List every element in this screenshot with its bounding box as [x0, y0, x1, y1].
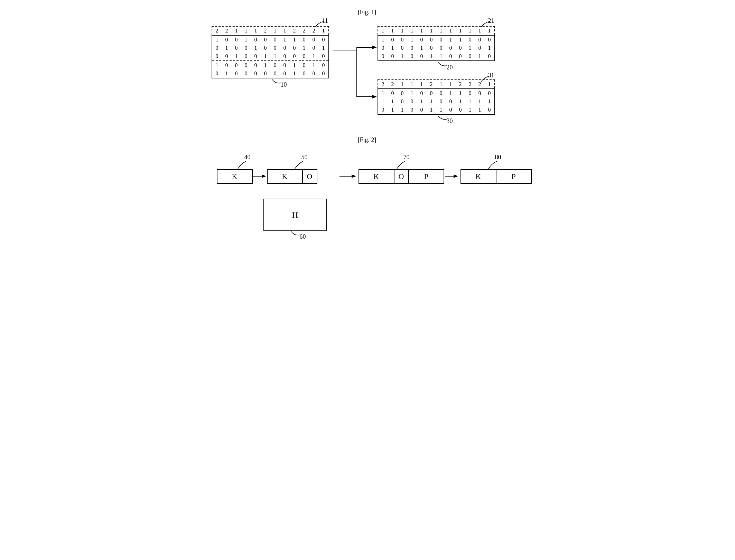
matrix-cell: 0 — [309, 69, 319, 78]
matrix-header-cell: 1 — [417, 27, 427, 35]
matrix-header-cell: 2 — [212, 27, 222, 35]
matrix-cell: 0 — [446, 106, 456, 114]
branch-arrow — [333, 43, 378, 102]
box-cell: K — [217, 170, 252, 183]
matrix-cell: 0 — [388, 36, 398, 44]
matrix-cell: 0 — [485, 52, 494, 60]
matrix-cell: 0 — [280, 44, 290, 52]
matrix-cell: 1 — [290, 36, 299, 44]
matrix-cell: 0 — [280, 61, 290, 69]
matrix-cell: 0 — [241, 52, 251, 60]
matrix-header-cell: 1 — [485, 27, 494, 35]
matrix-row: 010000001000 — [212, 69, 328, 78]
matrix-cell: 0 — [456, 44, 465, 52]
matrix-cell: 0 — [261, 44, 270, 52]
matrix-cell: 0 — [299, 61, 309, 69]
matrix-row: 010010000101 — [378, 44, 494, 52]
matrix-cell: 1 — [241, 36, 251, 44]
matrix-cell: 1 — [378, 89, 388, 97]
svg-marker-5 — [372, 95, 377, 98]
matrix-cell: 1 — [388, 97, 398, 106]
matrix-header-cell: 1 — [251, 27, 261, 35]
matrix-cell: 0 — [319, 36, 328, 44]
ref-70: 70 — [403, 154, 410, 161]
matrix-header-cell: 2 — [222, 27, 232, 35]
matrix-cell: 1 — [427, 97, 436, 106]
matrix-header-cell: 2 — [427, 80, 436, 88]
matrix-cell: 0 — [465, 52, 475, 60]
matrix-cell: 0 — [475, 89, 485, 97]
matrix-cell: 1 — [427, 106, 436, 114]
matrix-cell: 0 — [485, 106, 494, 114]
matrix-cell: 0 — [270, 69, 280, 78]
matrix-header-cell: 2 — [388, 80, 398, 88]
lead-line-21 — [481, 21, 492, 28]
matrix-cell: 0 — [465, 36, 475, 44]
box-cell: P — [408, 170, 444, 183]
matrix-cell: 1 — [388, 44, 398, 52]
matrix-cell: 0 — [436, 44, 446, 52]
matrix-cell: 0 — [232, 36, 241, 44]
matrix-header-cell: 1 — [388, 27, 398, 35]
matrix-cell: 0 — [407, 97, 417, 106]
matrix-30: 221112112221 100100011000110011001111011… — [378, 79, 495, 115]
svg-marker-9 — [352, 174, 356, 178]
arrow-50-70 — [339, 173, 357, 180]
matrix-cell: 1 — [475, 97, 485, 106]
matrix-cell: 0 — [417, 106, 427, 114]
matrix-cell: 0 — [465, 89, 475, 97]
matrix-cell: 1 — [378, 36, 388, 44]
matrix-20: 111111111111 100100011000010010000101001… — [378, 26, 495, 61]
matrix-cell: 0 — [232, 44, 241, 52]
box-cell: O — [302, 170, 317, 183]
box-40: K — [217, 169, 253, 184]
matrix-cell: 0 — [251, 36, 261, 44]
matrix-cell: 0 — [417, 89, 427, 97]
matrix-cell: 0 — [270, 44, 280, 52]
matrix-cell: 1 — [456, 97, 465, 106]
matrix-header-cell: 1 — [475, 27, 485, 35]
matrix-header-cell: 1 — [407, 80, 417, 88]
matrix-cell: 0 — [378, 52, 388, 60]
matrix-cell: 0 — [280, 69, 290, 78]
matrix-header-cell: 1 — [280, 27, 290, 35]
box-cell: K — [268, 170, 302, 183]
matrix-cell: 0 — [241, 61, 251, 69]
matrix-cell: 0 — [222, 61, 232, 69]
matrix-cell: 0 — [417, 52, 427, 60]
matrix-cell: 1 — [299, 44, 309, 52]
matrix-cell: 1 — [456, 36, 465, 44]
matrix-cell: 1 — [398, 52, 407, 60]
matrix-cell: 0 — [309, 36, 319, 44]
matrix-cell: 1 — [436, 52, 446, 60]
matrix-header-cell: 1 — [436, 80, 446, 88]
matrix-cell: 1 — [465, 97, 475, 106]
svg-marker-3 — [372, 46, 377, 49]
matrix-cell: 1 — [475, 106, 485, 114]
matrix-cell: 0 — [398, 89, 407, 97]
matrix-cell: 0 — [436, 36, 446, 44]
matrix-cell: 1 — [407, 36, 417, 44]
matrix-cell: 1 — [398, 106, 407, 114]
matrix-row: 100100011000 — [212, 36, 328, 44]
matrix-cell: 0 — [232, 69, 241, 78]
matrix-header-cell: 1 — [436, 27, 446, 35]
fig-1-label: [Fig. 1] — [350, 9, 384, 16]
ref-80: 80 — [495, 154, 501, 161]
matrix-header-cell: 1 — [446, 80, 456, 88]
matrix-cell: 1 — [309, 61, 319, 69]
matrix-cell: 0 — [427, 44, 436, 52]
matrix-cell: 0 — [475, 36, 485, 44]
box-60-label: H — [292, 210, 298, 220]
matrix-cell: 0 — [319, 52, 328, 60]
lead-line-11 — [315, 21, 326, 28]
matrix-header-cell: 1 — [446, 27, 456, 35]
box-cell: K — [359, 170, 394, 183]
matrix-cell: 0 — [251, 69, 261, 78]
matrix-header-cell: 2 — [261, 27, 270, 35]
matrix-row: 010010000101 — [212, 44, 328, 52]
matrix-cell: 0 — [446, 44, 456, 52]
matrix-cell: 0 — [212, 69, 222, 78]
matrix-cell: 1 — [456, 89, 465, 97]
matrix-cell: 0 — [456, 52, 465, 60]
